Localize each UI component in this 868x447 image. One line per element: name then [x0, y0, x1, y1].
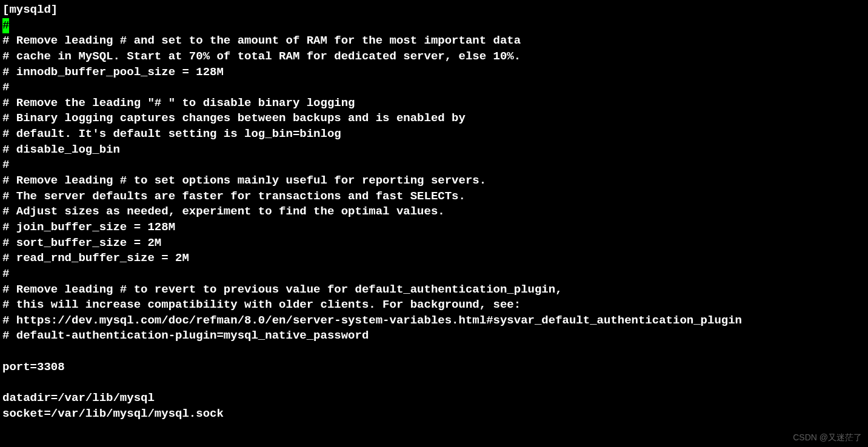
config-line: # Remove leading # to revert to previous… — [2, 283, 563, 296]
config-line: # sort_buffer_size = 2M — [2, 236, 161, 250]
config-line: # disable_log_bin — [2, 143, 120, 156]
config-line: # innodb_buffer_pool_size = 128M — [2, 65, 224, 79]
config-line: # default. It's default setting is log_b… — [2, 127, 341, 141]
config-line: socket=/var/lib/mysql/mysql.sock — [2, 407, 224, 420]
watermark-text: CSDN @又迷茫了 — [793, 432, 862, 443]
config-line: # read_rnd_buffer_size = 2M — [2, 251, 189, 265]
config-line: # Remove leading # and set to the amount… — [2, 34, 521, 47]
config-line: # — [2, 267, 9, 280]
config-line: # default-authentication-plugin=mysql_na… — [2, 329, 369, 342]
config-line: port=3308 — [2, 360, 65, 374]
config-line: # Remove the leading "# " to disable bin… — [2, 96, 355, 110]
config-line: # — [2, 81, 9, 94]
config-line: # join_buffer_size = 128M — [2, 220, 175, 234]
config-line: # Binary logging captures changes betwee… — [2, 111, 466, 125]
config-line: # The server defaults are faster for tra… — [2, 190, 466, 203]
config-line: # — [2, 158, 9, 171]
config-line: # https://dev.mysql.com/doc/refman/8.0/e… — [2, 314, 742, 327]
terminal-output[interactable]: [mysqld] # # Remove leading # and set to… — [2, 2, 868, 422]
config-line: [mysqld] — [2, 3, 58, 16]
config-line: datadir=/var/lib/mysql — [2, 391, 155, 405]
config-line: # this will increase compatibility with … — [2, 298, 521, 311]
terminal-cursor: # — [2, 18, 9, 34]
config-line: # Adjust sizes as needed, experiment to … — [2, 205, 445, 218]
config-line: # cache in MySQL. Start at 70% of total … — [2, 50, 521, 63]
config-line: # Remove leading # to set options mainly… — [2, 174, 486, 187]
